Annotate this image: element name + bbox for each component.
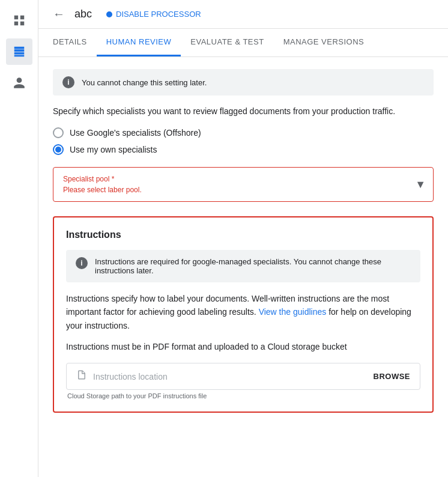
radio-circle-google [53, 127, 64, 138]
file-input-placeholder: Instructions location [93, 372, 168, 381]
sidebar-icon-table[interactable] [6, 38, 32, 65]
specialist-description: Specify which specialists you want to re… [53, 105, 434, 118]
chevron-down-icon: ▼ [415, 178, 426, 191]
instructions-section: Instructions i Instructions are required… [53, 216, 434, 413]
page-title: abc [74, 8, 92, 20]
file-helper-text: Cloud Storage path to your PDF instructi… [66, 392, 420, 400]
file-input-container: Instructions location BROWSE Cloud Stora… [66, 363, 420, 400]
radio-label-google: Use Google's specialists (Offshore) [70, 128, 201, 138]
required-marker: * [112, 175, 115, 183]
radio-group: Use Google's specialists (Offshore) Use … [53, 127, 434, 155]
browse-button[interactable]: BROWSE [374, 372, 411, 381]
instructions-pdf-note: Instructions must be in PDF format and u… [66, 341, 420, 353]
header: ← abc DISABLE PROCESSOR [38, 0, 448, 29]
sidebar-icon-grid[interactable] [6, 7, 32, 34]
disable-processor-label: DISABLE PROCESSOR [116, 10, 201, 19]
specialist-pool-label: Specialist pool * [63, 175, 423, 183]
instructions-info-text: Instructions are required for google-man… [95, 257, 411, 275]
radio-option-own[interactable]: Use my own specialists [53, 144, 434, 155]
view-guidelines-link[interactable]: View the guidlines [259, 307, 327, 317]
status-dot [106, 11, 112, 17]
radio-circle-own [53, 144, 64, 155]
info-banner-text: You cannot change this setting later. [82, 78, 207, 87]
tab-details[interactable]: DETAILS [53, 29, 97, 56]
specialist-pool-dropdown[interactable]: Specialist pool * Please select laber po… [53, 167, 434, 202]
tab-human-review[interactable]: HUMAN REVIEW [97, 29, 181, 56]
radio-label-own: Use my own specialists [70, 145, 157, 154]
file-input-row[interactable]: Instructions location BROWSE [66, 363, 420, 390]
main-content: ← abc DISABLE PROCESSOR DETAILS HUMAN RE… [38, 0, 448, 477]
file-input-left: Instructions location [76, 369, 168, 383]
instructions-info-banner: i Instructions are required for google-m… [66, 250, 420, 282]
sidebar-icon-person[interactable] [6, 70, 32, 96]
radio-option-google[interactable]: Use Google's specialists (Offshore) [53, 127, 434, 138]
disable-processor-button[interactable]: DISABLE PROCESSOR [106, 10, 201, 19]
instructions-info-icon: i [76, 257, 88, 269]
back-button[interactable]: ← [53, 7, 65, 21]
sidebar [0, 0, 38, 477]
tab-evaluate-test[interactable]: EVALUATE & TEST [181, 29, 273, 56]
info-icon: i [62, 76, 74, 88]
instructions-description: Instructions specify how to label your d… [66, 292, 420, 332]
specialist-pool-error: Please select laber pool. [63, 186, 423, 194]
tab-manage-versions[interactable]: MANAGE VERSIONS [274, 29, 374, 56]
file-icon [76, 369, 87, 383]
content-area: i You cannot change this setting later. … [38, 57, 448, 477]
instructions-title: Instructions [66, 229, 420, 240]
tabs-bar: DETAILS HUMAN REVIEW EVALUATE & TEST MAN… [38, 29, 448, 57]
info-banner: i You cannot change this setting later. [53, 69, 434, 96]
